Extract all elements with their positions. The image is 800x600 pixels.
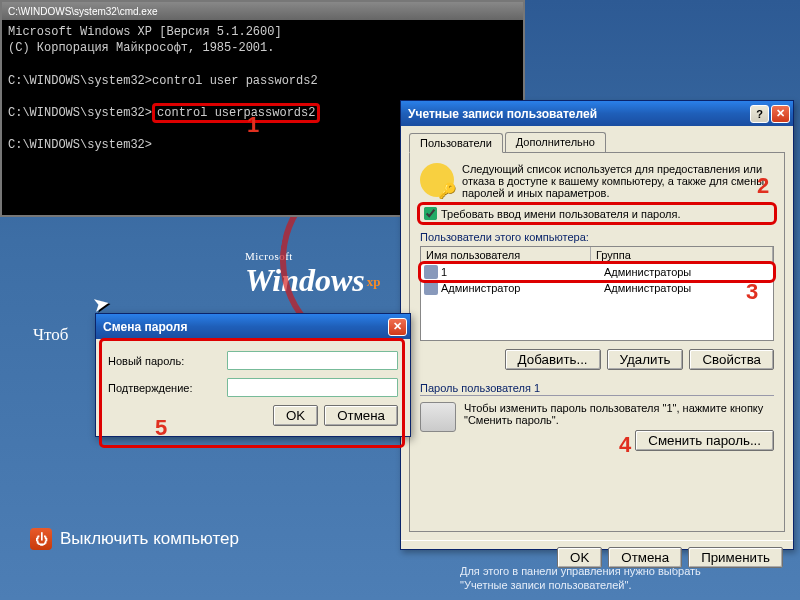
login-hint: Чтоб: [33, 325, 68, 345]
column-group[interactable]: Группа: [591, 247, 773, 263]
change-password-button[interactable]: Сменить пароль...: [635, 430, 774, 451]
windows-xp-logo: Microsoft Windowsxp: [245, 250, 380, 299]
pw-dialog-title: Смена пароля: [103, 320, 187, 334]
ok-button[interactable]: OK: [557, 547, 602, 568]
apply-button[interactable]: Применить: [688, 547, 783, 568]
users-list[interactable]: Имя пользователя Группа 1 Администраторы…: [420, 246, 774, 341]
remove-button[interactable]: Удалить: [607, 349, 684, 370]
require-credentials-checkbox[interactable]: [424, 207, 437, 220]
users-keys-icon: [420, 163, 454, 197]
help-button[interactable]: ?: [750, 105, 769, 123]
info-text: Следующий список используется для предос…: [462, 163, 774, 199]
confirm-password-label: Подтверждение:: [108, 382, 227, 394]
user-icon: [424, 281, 438, 295]
cmd-highlighted-command: control userpasswords2: [152, 103, 320, 123]
confirm-password-input[interactable]: [227, 378, 398, 397]
new-password-label: Новый пароль:: [108, 355, 227, 367]
pw-dialog-titlebar[interactable]: Смена пароля ✕: [96, 314, 410, 339]
cancel-button[interactable]: Отмена: [608, 547, 682, 568]
annotation-1: 1: [247, 112, 259, 138]
close-button[interactable]: ✕: [388, 318, 407, 336]
ok-button[interactable]: OK: [273, 405, 318, 426]
users-list-label: Пользователи этого компьютера:: [420, 231, 774, 243]
table-row[interactable]: Администратор Администраторы: [421, 280, 773, 296]
dialog-titlebar[interactable]: Учетные записи пользователей ? ✕: [401, 101, 793, 126]
shutdown-button[interactable]: Выключить компьютер: [30, 528, 239, 550]
require-credentials-checkbox-row[interactable]: Требовать ввод имени пользователя и паро…: [420, 205, 774, 222]
new-password-input[interactable]: [227, 351, 398, 370]
properties-button[interactable]: Свойства: [689, 349, 774, 370]
change-password-dialog: Смена пароля ✕ Новый пароль: Подтвержден…: [95, 313, 411, 437]
password-help-text: Чтобы изменить пароль пользователя "1", …: [464, 402, 774, 426]
user-icon: [424, 265, 438, 279]
password-section-label: Пароль пользователя 1: [420, 382, 774, 396]
cancel-button[interactable]: Отмена: [324, 405, 398, 426]
annotation-2: 2: [757, 173, 769, 199]
tab-advanced[interactable]: Дополнительно: [505, 132, 606, 152]
add-button[interactable]: Добавить...: [505, 349, 601, 370]
annotation-5: 5: [155, 415, 167, 441]
power-icon: [30, 528, 52, 550]
close-button[interactable]: ✕: [771, 105, 790, 123]
computer-icon: [420, 402, 456, 432]
user-accounts-dialog: Учетные записи пользователей ? ✕ Пользов…: [400, 100, 794, 550]
annotation-3: 3: [746, 279, 758, 305]
cmd-titlebar[interactable]: C:\WINDOWS\system32\cmd.exe: [2, 2, 523, 20]
annotation-4: 4: [619, 432, 631, 458]
column-username[interactable]: Имя пользователя: [421, 247, 591, 263]
tab-users[interactable]: Пользователи: [409, 133, 503, 153]
dialog-title: Учетные записи пользователей: [408, 107, 597, 121]
table-row[interactable]: 1 Администраторы: [421, 264, 773, 280]
